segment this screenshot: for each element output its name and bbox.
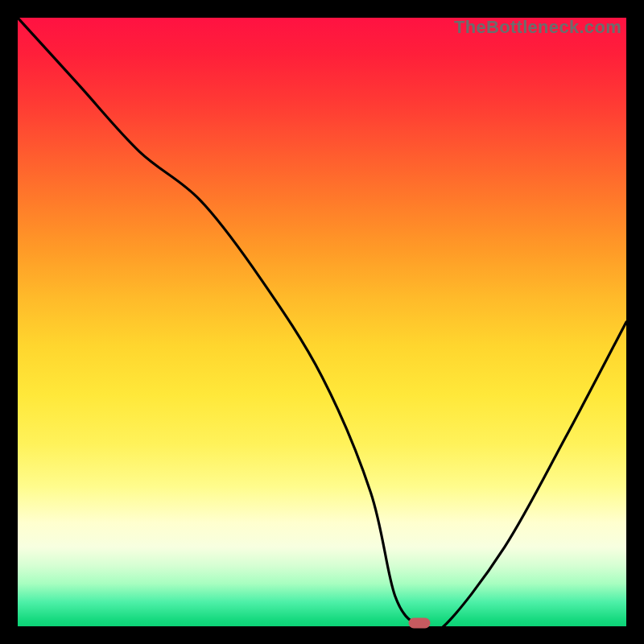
chart-frame: TheBottleneck.com <box>0 0 644 644</box>
curve-path <box>18 18 626 626</box>
optimal-marker <box>408 618 430 629</box>
plot-area: TheBottleneck.com <box>18 18 626 626</box>
bottleneck-curve <box>18 18 626 626</box>
